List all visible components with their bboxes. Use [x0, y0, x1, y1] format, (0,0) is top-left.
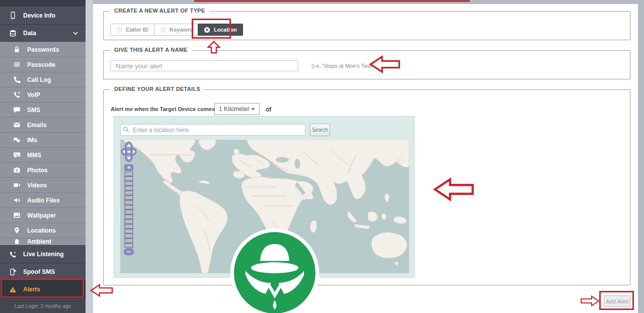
- keyword-button[interactable]: Keyword: [154, 24, 199, 36]
- sidebar-item-photos[interactable]: Photos: [0, 162, 86, 177]
- sidebar-item-emails[interactable]: Emails: [0, 117, 86, 132]
- bell-icon: [13, 238, 21, 245]
- sidebar-item-audio-files[interactable]: Audio Files: [0, 192, 86, 207]
- sidebar-item-locations[interactable]: Locations: [0, 223, 86, 238]
- sidebar-item-label: Audio Files: [27, 197, 60, 204]
- cropped-annotation-line: [194, 0, 470, 2]
- radio-circle-icon: [160, 27, 166, 33]
- last-login-status: Last Login: 2 months ago: [0, 298, 86, 313]
- sidebar-item-spoof-sms[interactable]: Spoof SMS: [0, 263, 86, 280]
- sidebar-item-alerts[interactable]: Alerts: [0, 280, 86, 298]
- alert-name-hint: (i.e. 'Stops at Moe's Tavern'): [311, 63, 381, 69]
- chat-bubble-icon: [13, 106, 21, 114]
- video-camera-icon: [13, 181, 21, 189]
- keypad-icon: [13, 61, 21, 69]
- sidebar-item-mms[interactable]: MMS: [0, 147, 86, 162]
- sidebar-item-device-info[interactable]: Device Info: [0, 6, 86, 24]
- device-info-icon: [9, 12, 17, 20]
- keyword-label: Keyword: [170, 27, 193, 33]
- sidebar-item-label: Call Log: [27, 76, 51, 83]
- distance-value: 1 Kilometer: [219, 106, 250, 113]
- of-label: of: [266, 106, 271, 113]
- location-label: Location: [214, 27, 237, 33]
- sidebar-item-voip[interactable]: VoIP: [0, 87, 86, 102]
- sidebar-item-label: Device Info: [23, 12, 55, 19]
- sidebar-item-passwords[interactable]: Passwords: [0, 42, 86, 57]
- caller-id-label: Caller ID: [126, 27, 148, 33]
- svg-text:+: +: [127, 165, 130, 170]
- sidebar-item-label: VoIP: [27, 91, 40, 98]
- search-icon: [123, 126, 129, 133]
- sidebar-item-call-log[interactable]: Call Log: [0, 72, 86, 87]
- sidebar-item-label: Alerts: [23, 286, 40, 293]
- sidebar-item-label: Ambient: [27, 238, 51, 245]
- distance-dropdown[interactable]: 1 Kilometer: [214, 103, 260, 115]
- spoof-phone-icon: [9, 268, 17, 276]
- create-alert-legend: CREATE A NEW ALERT OF TYPE: [110, 8, 209, 14]
- sidebar-item-label: MMS: [27, 152, 41, 159]
- sidebar-item-label: Videos: [27, 182, 47, 189]
- lock-icon: [13, 46, 21, 54]
- sidebar-item-label: Passwords: [27, 46, 59, 53]
- sidebar-gap: [86, 0, 93, 313]
- camera-icon: [13, 166, 21, 174]
- sidebar-item-label: Passcode: [27, 61, 55, 68]
- dropdown-caret-icon: [251, 108, 255, 111]
- sidebar-item-videos[interactable]: Videos: [0, 177, 86, 192]
- location-button[interactable]: Location: [198, 24, 243, 36]
- sidebar-item-label: IMs: [27, 137, 37, 144]
- sidebar-item-data[interactable]: Data: [0, 24, 86, 42]
- location-search-input[interactable]: [120, 124, 305, 136]
- alert-name-fieldset: GIVE THIS ALERT A NAME (i.e. 'Stops at M…: [103, 50, 630, 79]
- alert-details-fieldset: DEFINE YOUR ALERT DETAILS Alert me when …: [103, 89, 630, 285]
- sidebar-item-cropped[interactable]: [0, 0, 86, 6]
- sidebar-item-label: Live Listening: [23, 251, 64, 258]
- phone-icon: [13, 76, 21, 84]
- sidebar-item-ims[interactable]: IMs: [0, 132, 86, 147]
- sidebar-item-label: Photos: [27, 167, 48, 174]
- map-zoom-control[interactable]: + −: [121, 142, 137, 258]
- sidebar-item-live-listening[interactable]: Live Listening: [0, 245, 86, 263]
- alert-name-legend: GIVE THIS ALERT A NAME: [110, 47, 192, 53]
- caller-id-button[interactable]: Caller ID: [110, 24, 155, 36]
- warning-triangle-icon: [9, 285, 17, 293]
- sidebar-item-passcode[interactable]: Passcode: [0, 57, 86, 72]
- close-circle-icon: [204, 27, 210, 33]
- last-login-text: Last Login: 2 months ago: [15, 303, 71, 309]
- sidebar-item-sms[interactable]: SMS: [0, 102, 86, 117]
- sidebar-item-label: Emails: [27, 122, 47, 129]
- database-icon: [9, 29, 17, 37]
- svg-text:−: −: [127, 249, 130, 255]
- sidebar-item-wallpaper[interactable]: Wallpaper: [0, 207, 86, 223]
- sidebar-item-label: SMS: [27, 107, 40, 114]
- chevron-down-icon: [72, 30, 78, 36]
- alert-details-legend: DEFINE YOUR ALERT DETAILS: [110, 86, 204, 92]
- speaker-icon: [13, 196, 21, 204]
- search-button[interactable]: Search: [310, 124, 330, 136]
- main-content: CREATE A NEW ALERT OF TYPE Caller ID Key…: [93, 4, 638, 313]
- spy-logo: [229, 227, 320, 313]
- voip-phone-icon: [13, 91, 21, 99]
- sidebar-item-label: Wallpaper: [27, 212, 56, 219]
- image-icon: [13, 212, 21, 220]
- alert-name-input[interactable]: [110, 60, 298, 71]
- sidebar: Device Info Data Passwords Passcode Call…: [0, 0, 86, 313]
- dual-chat-icon: [13, 136, 21, 144]
- sidebar-item-label: Locations: [27, 227, 56, 234]
- sidebar-item-ambient[interactable]: Ambient: [0, 238, 86, 245]
- sidebar-item-label: Data: [23, 30, 36, 37]
- listening-phone-icon: [9, 250, 17, 258]
- sidebar-item-label: Spoof SMS: [23, 268, 55, 275]
- create-alert-fieldset: CREATE A NEW ALERT OF TYPE Caller ID Key…: [103, 11, 630, 40]
- map-pin-icon: [13, 227, 21, 235]
- envelope-icon: [13, 121, 21, 129]
- radio-circle-icon: [117, 27, 122, 33]
- media-chat-icon: [13, 151, 21, 159]
- add-alert-button[interactable]: Add Alert: [604, 295, 630, 307]
